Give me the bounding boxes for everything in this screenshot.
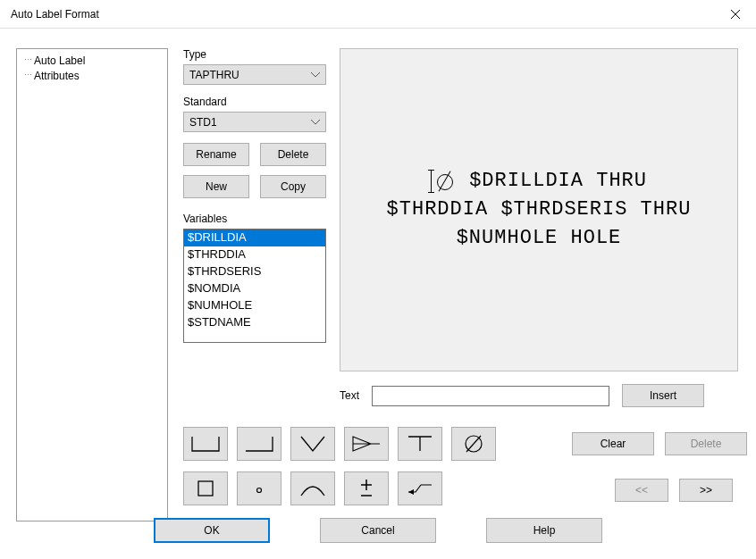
symbol-target[interactable]	[237, 471, 281, 505]
symbol-square[interactable]	[183, 471, 228, 505]
dialog-buttons: OK Cancel Help	[0, 518, 756, 543]
list-item[interactable]: $NUMHOLE	[184, 297, 325, 314]
list-item[interactable]: $DRILLDIA	[184, 229, 325, 246]
titlebar: Auto Label Format	[0, 0, 756, 29]
dialog-content: ⋯ Auto Label ⋯ Attributes Type TAPTHRU S…	[0, 29, 756, 559]
text-row: Text Insert	[340, 384, 738, 407]
clear-button[interactable]: Clear	[572, 432, 654, 455]
preview-line-1: $DRILLDIA THRU	[431, 167, 647, 196]
arc-icon	[298, 478, 328, 499]
list-item[interactable]: $THRDSERIS	[184, 263, 325, 280]
text-label: Text	[340, 389, 359, 402]
v-icon	[298, 433, 328, 455]
new-button[interactable]: New	[183, 175, 249, 198]
close-icon	[731, 10, 740, 19]
spotface-icon	[405, 433, 435, 455]
category-tree[interactable]: ⋯ Auto Label ⋯ Attributes	[16, 48, 168, 521]
symbol-row-2	[183, 471, 442, 505]
type-select[interactable]: TAPTHRU	[183, 64, 326, 85]
symbol-spotface[interactable]	[398, 427, 442, 461]
text-input[interactable]	[372, 386, 609, 406]
prev-button[interactable]: <<	[615, 479, 668, 502]
svg-point-2	[257, 488, 262, 493]
list-item[interactable]: $NOMDIA	[184, 280, 325, 297]
tree-item-label: Attributes	[34, 70, 80, 82]
target-icon	[244, 478, 274, 499]
tree-item-attributes[interactable]: ⋯ Attributes	[24, 68, 160, 83]
text-cursor-icon	[431, 170, 432, 193]
diameter-icon	[435, 172, 453, 190]
svg-rect-1	[198, 481, 213, 496]
list-item[interactable]: $STDNAME	[184, 314, 325, 331]
standard-select[interactable]: STD1	[183, 112, 326, 132]
counterbore-icon	[190, 433, 221, 455]
variables-label: Variables	[183, 213, 326, 225]
delete-preview-button[interactable]: Delete	[665, 432, 747, 455]
chevron-down-icon	[311, 71, 320, 79]
type-label: Type	[183, 48, 326, 61]
symbol-leader[interactable]	[398, 471, 442, 505]
help-button[interactable]: Help	[486, 518, 602, 543]
next-button[interactable]: >>	[679, 479, 733, 502]
preview-line-3: $NUMHOLE HOLE	[457, 224, 622, 253]
standard-value: STD1	[189, 116, 217, 129]
preview-action-row-1: Clear Delete	[572, 432, 747, 455]
window-title: Auto Label Format	[11, 8, 99, 21]
rename-button[interactable]: Rename	[183, 143, 249, 166]
controls-column: Type TAPTHRU Standard STD1 Rename Delete…	[183, 48, 326, 343]
symbol-arc[interactable]	[290, 471, 335, 505]
tree-connector-icon: ⋯	[24, 71, 31, 79]
square-icon	[190, 478, 221, 499]
symbol-depth-arrow[interactable]	[344, 427, 389, 461]
symbol-depth-v[interactable]	[290, 427, 335, 461]
triangle-right-icon	[351, 433, 382, 455]
standard-label: Standard	[183, 96, 326, 108]
tree-item-auto-label[interactable]: ⋯ Auto Label	[24, 53, 160, 68]
close-button[interactable]	[715, 0, 756, 29]
chevron-down-icon	[311, 118, 320, 127]
type-value: TAPTHRU	[189, 69, 239, 81]
delete-button[interactable]: Delete	[260, 143, 326, 166]
cancel-button[interactable]: Cancel	[320, 518, 436, 543]
insert-button[interactable]: Insert	[622, 384, 704, 407]
label-preview: $DRILLDIA THRU $THRDDIA $THRDSERIS THRU …	[340, 48, 738, 371]
preview-line-2: $THRDDIA $THRDSERIS THRU	[387, 196, 692, 224]
tree-connector-icon: ⋯	[24, 56, 31, 64]
ok-button[interactable]: OK	[154, 518, 270, 543]
symbol-counterbore[interactable]	[183, 427, 228, 461]
plus-minus-icon	[351, 478, 382, 499]
leader-arrow-icon	[405, 478, 435, 499]
symbol-diameter[interactable]	[451, 427, 496, 461]
list-item[interactable]: $THRDDIA	[184, 246, 325, 263]
symbol-plus-minus[interactable]	[344, 471, 389, 505]
preview-text: $DRILLDIA THRU	[457, 167, 647, 196]
diameter-icon	[458, 433, 489, 455]
symbol-row-1	[183, 427, 496, 461]
tree-item-label: Auto Label	[34, 54, 85, 67]
variables-list[interactable]: $DRILLDIA $THRDDIA $THRDSERIS $NOMDIA $N…	[183, 229, 326, 343]
symbol-countersink[interactable]	[237, 427, 281, 461]
copy-button[interactable]: Copy	[260, 175, 326, 198]
countersink-icon	[244, 433, 274, 455]
preview-nav-row: << >>	[615, 479, 733, 502]
